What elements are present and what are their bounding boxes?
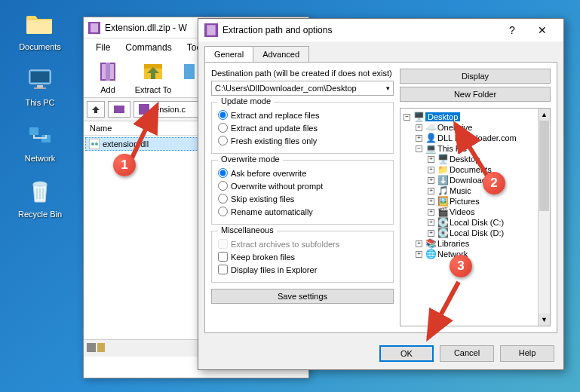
scroll-thumb[interactable] [539, 121, 549, 211]
radio-ask-overwrite[interactable]: Ask before overwrite [218, 167, 387, 179]
radio-rename-auto[interactable]: Rename automatically [218, 205, 387, 218]
tree-expand-icon[interactable]: + [416, 251, 422, 258]
svg-rect-23 [207, 25, 215, 35]
dialog-titlebar[interactable]: Extraction path and options ? ✕ [198, 19, 563, 41]
tree-expand-icon[interactable]: + [428, 209, 434, 216]
tree-node[interactable]: +👤DLL Downloader.com [404, 133, 547, 143]
tree-node[interactable]: +🌐Network [404, 249, 547, 259]
cancel-button[interactable]: Cancel [440, 345, 494, 362]
archive-icon [139, 104, 149, 115]
scroll-up-icon[interactable]: ▲ [539, 109, 550, 121]
tree-expand-icon[interactable]: + [428, 198, 434, 205]
tree-node[interactable]: +🎬Videos [404, 207, 547, 217]
close-button[interactable]: ✕ [527, 24, 557, 36]
new-folder-button[interactable]: New Folder [400, 87, 551, 102]
check-keep-broken[interactable]: Keep broken files [218, 250, 387, 263]
dll-file-icon [89, 139, 100, 149]
svg-rect-4 [29, 127, 38, 135]
tree-expand-icon[interactable]: + [428, 177, 434, 184]
toolbar-extract-to-button[interactable]: Extract To [130, 58, 176, 96]
save-settings-button[interactable]: Save settings [211, 289, 394, 304]
update-mode-group: Update mode Extract and replace files Ex… [211, 102, 394, 154]
tree-node[interactable]: −🖥️Desktop [404, 112, 547, 122]
tree-expand-icon[interactable]: + [428, 219, 434, 226]
svg-rect-21 [97, 343, 105, 352]
winrar-icon [88, 22, 100, 34]
toolbar-label: Add [87, 85, 129, 94]
tree-expand-icon[interactable]: + [428, 167, 434, 173]
desktop-folder-documents[interactable]: Documents [14, 9, 66, 51]
radio-skip-existing[interactable]: Skip existing files [218, 192, 387, 205]
icon-label: Recycle Bin [14, 210, 66, 219]
radio-overwrite-no-prompt[interactable]: Overwrite without prompt [218, 179, 387, 192]
tree-node[interactable]: +📚Libraries [404, 238, 547, 249]
miscellaneous-group: Miscellaneous Extract archives to subfol… [211, 231, 394, 283]
check-extract-subfolders: Extract archives to subfolders [218, 237, 387, 250]
tree-node-label: OneDrive [437, 123, 472, 132]
desktop-network[interactable]: Network [14, 121, 66, 163]
help-button[interactable]: ? [497, 24, 527, 36]
ok-button[interactable]: OK [379, 345, 434, 362]
tree-node-label: Libraries [437, 239, 469, 248]
path-up-button[interactable] [87, 101, 105, 118]
tree-node[interactable]: +🖼️Pictures [404, 196, 547, 207]
folder-icon [25, 9, 55, 39]
tree-expand-icon[interactable]: + [416, 135, 422, 142]
tree-node[interactable]: +🖥️Desktop [404, 154, 547, 164]
desktop-this-pc[interactable]: This PC [14, 65, 66, 107]
tree-node[interactable]: +☁️OneDrive [404, 122, 547, 133]
menu-file[interactable]: File [88, 40, 118, 55]
radio-fresh-existing[interactable]: Fresh existing files only [218, 134, 387, 147]
toolbar-more[interactable] [176, 58, 192, 96]
destination-path-combo[interactable]: C:\Users\DllDownloader_com\Desktop ▾ [211, 81, 394, 96]
toolbar-add-button[interactable]: Add [85, 58, 130, 96]
svg-point-18 [91, 142, 94, 145]
tree-node[interactable]: +💽Local Disk (D:) [404, 228, 547, 238]
tree-node-label: Local Disk (C:) [450, 218, 504, 227]
display-button[interactable]: Display [400, 69, 551, 84]
tree-lib-icon: 📚 [425, 238, 436, 249]
menu-commands[interactable]: Commands [118, 40, 179, 55]
tree-node[interactable]: +📁Documents [404, 164, 547, 175]
extract-to-icon [141, 60, 165, 84]
tree-pc-icon: 💻 [425, 143, 436, 154]
tree-node[interactable]: −💻This PC [404, 143, 547, 154]
svg-point-6 [33, 182, 47, 186]
path-drive-button[interactable] [108, 101, 130, 118]
tree-expand-icon[interactable]: + [428, 230, 434, 237]
svg-rect-15 [114, 106, 124, 113]
tree-music-icon: 🎵 [437, 185, 448, 196]
tree-expand-icon[interactable]: − [404, 114, 410, 121]
tree-pictures-icon: 🖼️ [437, 196, 448, 207]
group-title: Overwrite mode [218, 155, 283, 164]
scroll-down-icon[interactable]: ▼ [539, 314, 550, 326]
tree-expand-icon[interactable]: + [416, 240, 422, 247]
svg-rect-16 [139, 104, 149, 115]
destination-path-value: C:\Users\DllDownloader_com\Desktop [215, 84, 357, 93]
tree-expand-icon[interactable]: + [428, 156, 434, 163]
tree-expand-icon[interactable]: − [416, 145, 422, 152]
icon-label: Network [14, 154, 66, 163]
check-display-explorer[interactable]: Display files in Explorer [218, 263, 387, 276]
add-icon [96, 60, 120, 84]
tree-node-label: Local Disk (D:) [450, 228, 504, 237]
tab-general[interactable]: General [204, 46, 253, 62]
svg-rect-1 [31, 72, 49, 82]
tree-node-label: Downloads [450, 176, 490, 185]
tree-node-label: Pictures [450, 197, 480, 206]
svg-rect-20 [87, 343, 96, 352]
tree-expand-icon[interactable]: + [428, 188, 434, 194]
tree-node-label: Music [450, 186, 471, 195]
radio-extract-update[interactable]: Extract and update files [218, 121, 387, 134]
tree-node[interactable]: +⬇️Downloads [404, 175, 547, 185]
tree-scrollbar[interactable]: ▲ ▼ [538, 109, 550, 326]
tree-videos-icon: 🎬 [437, 207, 448, 217]
radio-extract-replace[interactable]: Extract and replace files [218, 109, 387, 121]
help-button[interactable]: Help [500, 345, 554, 362]
folder-tree[interactable]: −🖥️Desktop+☁️OneDrive+👤DLL Downloader.co… [400, 108, 551, 326]
desktop-recycle-bin[interactable]: Recycle Bin [14, 176, 66, 219]
tree-expand-icon[interactable]: + [416, 124, 422, 131]
tree-node[interactable]: +🎵Music [404, 185, 547, 196]
tab-advanced[interactable]: Advanced [253, 46, 309, 62]
tree-node[interactable]: +💽Local Disk (C:) [404, 217, 547, 228]
